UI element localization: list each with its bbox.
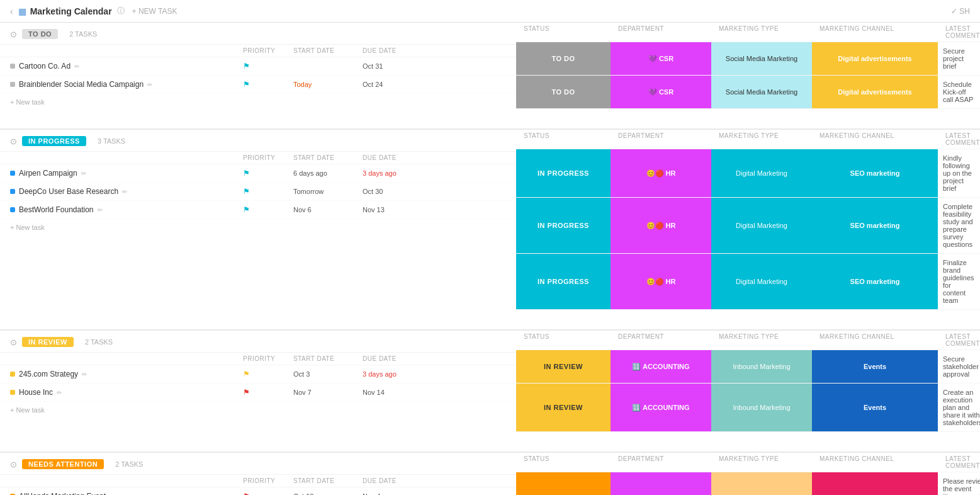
start-date-inreview-0: Oct 3 (293, 370, 363, 378)
dept-cell-todo-1: 💜 CSR (611, 76, 711, 108)
mchannel-cell-needs-0: Email marketing (812, 472, 938, 495)
due-date-inreview-1: Nov 14 (363, 389, 432, 396)
mtype-cell-inreview-1: Inbound Marketing (711, 384, 812, 431)
comment-cell-inprogress-1: Complete feasibility study and prepare s… (938, 198, 980, 253)
section-toggle-needs[interactable]: ⊙ (10, 460, 17, 469)
section-header-inprogress: ⊙IN PROGRESS3 TASKS (0, 130, 516, 152)
right-row-needs-0: NEEDS ATTENTIONℹ️ FINANCEContent Marketi… (516, 472, 980, 495)
mtype-cell-needs-0: Content Marketing (711, 472, 812, 495)
mchannel-cell-inreview-1: Events (812, 384, 938, 431)
edit-icon-todo-0[interactable]: ✏ (74, 63, 79, 70)
task-name-inreview-0: 245.com Strategy (19, 370, 78, 378)
status-cell-inprogress-0: IN PROGRESS (516, 149, 611, 197)
section-toggle-inreview[interactable]: ⊙ (10, 338, 17, 347)
mtype-cell-todo-0: Social Media Marketing (711, 42, 812, 75)
back-icon[interactable]: ‹ (10, 6, 13, 16)
right-col-headers-inprogress: STATUSDEPARTMENTMARKETING TYPEMARKETING … (516, 130, 980, 149)
task-row-inreview-0[interactable]: 245.com Strategy✏⚑Oct 33 days ago (0, 365, 516, 384)
priority-flag-inprogress-1: ⚑ (243, 187, 250, 196)
sh-button[interactable]: ✓ SH (951, 7, 970, 16)
mchannel-cell-inreview-0: Events (812, 350, 938, 383)
app-header: ‹ ▦ Marketing Calendar ⓘ + NEW TASK ✓ SH (0, 0, 980, 23)
priority-flag-inreview-0: ⚑ (243, 370, 250, 378)
comment-cell-inreview-0: Secure stakeholder approval (938, 350, 980, 383)
comment-cell-todo-1: Schedule Kick-off call ASAP (938, 76, 980, 108)
edit-icon-inprogress-0[interactable]: ✏ (81, 170, 86, 177)
section-count-todo: 2 TASKS (69, 30, 97, 38)
priority-flag-inprogress-2: ⚑ (243, 205, 250, 214)
task-row-todo-0[interactable]: Cartoon Co. Ad✏⚑Oct 31 (0, 57, 516, 76)
new-task-button[interactable]: + NEW TASK (132, 7, 177, 16)
section-badge-inprogress: IN PROGRESS (22, 136, 86, 146)
col-headers-inreview: PRIORITYSTART DATEDUE DATE (0, 353, 516, 365)
priority-flag-todo-1: ⚑ (243, 80, 250, 89)
status-cell-inreview-1: IN REVIEW (516, 384, 611, 431)
right-section-needs: STATUSDEPARTMENTMARKETING TYPEMARKETING … (516, 453, 980, 495)
due-date-inreview-0: 3 days ago (363, 370, 432, 378)
info-icon: ⓘ (117, 6, 125, 16)
new-task-inprogress[interactable]: + New task (0, 219, 516, 236)
calendar-icon: ▦ (18, 6, 26, 16)
dept-cell-todo-0: 💜 CSR (611, 42, 711, 75)
mtype-cell-inprogress-2: Digital Marketing (711, 254, 812, 309)
task-name-todo-0: Cartoon Co. Ad (19, 62, 70, 71)
section-header-todo: ⊙TO DO2 TASKS (0, 23, 516, 45)
task-name-inprogress-0: Airpen Campaign (19, 169, 77, 178)
task-row-inreview-1[interactable]: House Inc✏⚑Nov 7Nov 14 (0, 384, 516, 402)
right-row-todo-1: TO DO💜 CSRSocial Media MarketingDigital … (516, 76, 980, 109)
section-header-inreview: ⊙IN REVIEW2 TASKS (0, 331, 516, 353)
due-date-inprogress-1: Oct 30 (363, 188, 432, 195)
right-row-inprogress-2: IN PROGRESS😊🔴 HRDigital MarketingSEO mar… (516, 254, 980, 310)
section-count-inprogress: 3 TASKS (98, 137, 125, 145)
status-cell-needs-0: NEEDS ATTENTION (516, 472, 611, 495)
left-section-todo: ⊙TO DO2 TASKSPRIORITYSTART DATEDUE DATEC… (0, 23, 516, 128)
right-section-inreview: STATUSDEPARTMENTMARKETING TYPEMARKETING … (516, 331, 980, 452)
right-section-todo: STATUSDEPARTMENTMARKETING TYPEMARKETING … (516, 23, 980, 128)
due-date-needs-0: Nov 4 (363, 492, 432, 495)
edit-icon-inprogress-2[interactable]: ✏ (98, 207, 103, 213)
section-toggle-todo[interactable]: ⊙ (10, 30, 17, 39)
right-row-todo-0: TO DO💜 CSRSocial Media MarketingDigital … (516, 42, 980, 76)
section-badge-needs: NEEDS ATTENTION (22, 459, 104, 469)
edit-icon-needs-0[interactable]: ✏ (110, 493, 115, 496)
status-cell-todo-1: TO DO (516, 76, 611, 108)
priority-flag-inreview-1: ⚑ (243, 388, 250, 397)
new-task-inreview[interactable]: + New task (0, 402, 516, 418)
start-date-inprogress-1: Tomorrow (293, 188, 363, 195)
task-row-inprogress-1[interactable]: DeepCo User Base Research✏⚑TomorrowOct 3… (0, 183, 516, 201)
section-count-inreview: 2 TASKS (85, 338, 113, 346)
priority-flag-needs-0: ⚑ (243, 492, 250, 495)
task-name-inreview-1: House Inc (19, 388, 53, 397)
start-date-inprogress-2: Nov 6 (293, 206, 363, 213)
edit-icon-inreview-0[interactable]: ✏ (82, 371, 87, 378)
right-col-headers-needs: STATUSDEPARTMENTMARKETING TYPEMARKETING … (516, 453, 980, 472)
task-row-inprogress-2[interactable]: BestWorld Foundation✏⚑Nov 6Nov 13 (0, 201, 516, 219)
task-row-todo-1[interactable]: Brainblender Social Media Campaign✏⚑Toda… (0, 76, 516, 94)
mtype-cell-inreview-0: Inbound Marketing (711, 350, 812, 383)
right-row-inprogress-0: IN PROGRESS😊🔴 HRDigital MarketingSEO mar… (516, 149, 980, 198)
status-cell-inprogress-1: IN PROGRESS (516, 198, 611, 253)
edit-icon-inreview-1[interactable]: ✏ (57, 389, 62, 396)
right-col-headers-todo: STATUSDEPARTMENTMARKETING TYPEMARKETING … (516, 23, 980, 42)
mchannel-cell-todo-1: Digital advertisements (812, 76, 938, 108)
task-row-needs-0[interactable]: AllHands Marketing Event✏⚑Oct 10Nov 4 (0, 487, 516, 495)
section-count-needs: 2 TASKS (115, 460, 143, 468)
section-badge-inreview: IN REVIEW (22, 337, 74, 347)
edit-icon-inprogress-1[interactable]: ✏ (122, 188, 127, 195)
section-toggle-inprogress[interactable]: ⊙ (10, 137, 17, 146)
comment-cell-needs-0: Please review the event itinerary and ma… (938, 472, 980, 495)
dept-cell-inreview-0: 🔢 ACCOUNTING (611, 350, 711, 383)
mtype-cell-inprogress-0: Digital Marketing (711, 149, 812, 197)
priority-flag-todo-0: ⚑ (243, 62, 250, 71)
due-date-todo-0: Oct 31 (363, 62, 432, 70)
section-header-needs: ⊙NEEDS ATTENTION2 TASKS (0, 453, 516, 475)
start-date-todo-1: Today (293, 81, 363, 88)
start-date-inreview-1: Nov 7 (293, 389, 363, 396)
task-name-inprogress-1: DeepCo User Base Research (19, 187, 118, 196)
col-headers-todo: PRIORITYSTART DATEDUE DATE (0, 45, 516, 57)
new-task-todo[interactable]: + New task (0, 94, 516, 110)
task-row-inprogress-0[interactable]: Airpen Campaign✏⚑6 days ago3 days ago (0, 164, 516, 183)
edit-icon-todo-1[interactable]: ✏ (147, 81, 152, 88)
mchannel-cell-inprogress-0: SEO marketing (812, 149, 938, 197)
right-row-inreview-0: IN REVIEW🔢 ACCOUNTINGInbound MarketingEv… (516, 350, 980, 384)
